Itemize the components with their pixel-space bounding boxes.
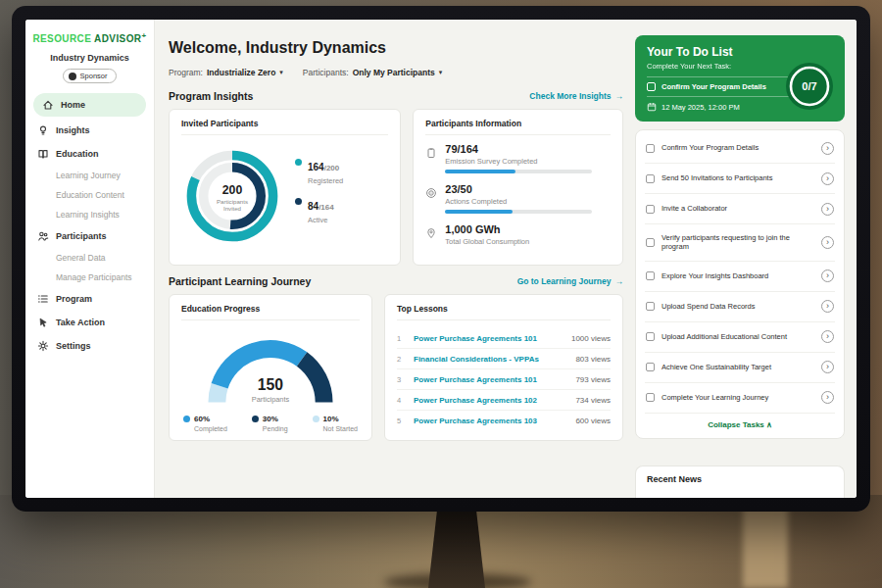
emission-survey-value: 79/164 [445,143,592,155]
collapse-tasks-link[interactable]: Collapse Tasks ∧ [645,414,835,435]
sidebar-item-insights[interactable]: Insights [25,119,154,142]
task-label: Explore Your Insights Dashboard [662,271,814,281]
lesson-row: 4 Power Purchase Agreements 102 734 view… [397,390,611,411]
not-started-pct: 10% [323,415,339,423]
task-label: Achieve One Sustainability Target [662,363,814,372]
sidebar-item-home[interactable]: Home [33,93,146,117]
checkbox-icon[interactable] [646,332,655,341]
chevron-right-icon[interactable]: › [821,361,834,373]
sponsor-badge[interactable]: Sponsor [63,69,118,83]
completed-dot-icon [183,416,190,422]
checkbox-icon[interactable] [646,363,655,371]
lesson-rank: 2 [397,355,406,364]
sidebar-item-label: General Data [56,253,106,263]
sidebar-item-education[interactable]: Education [25,142,154,166]
chevron-right-icon[interactable]: › [821,270,834,282]
task-row[interactable]: Upload Spend Data Records › [645,292,835,322]
participants-icon [37,230,49,242]
sidebar-item-learning-insights[interactable]: Learning Insights [25,205,154,224]
invited-legend: 164/200 Registered 84/164 Active [295,157,343,235]
checkbox-icon[interactable] [646,302,655,311]
arrow-right-icon: → [615,91,624,101]
chevron-right-icon[interactable]: › [821,203,834,216]
program-filter-label: Program: [169,68,203,77]
content-area: Welcome, Industry Dynamics Program: Indu… [155,20,857,498]
sidebar-item-settings[interactable]: Settings [25,334,154,358]
pending-label: Pending [263,425,288,432]
actions-completed-value: 23/50 [445,183,592,195]
completed-pct: 60% [194,415,210,423]
chevron-right-icon[interactable]: › [821,330,834,343]
sidebar-item-label: Education Content [56,190,124,200]
sidebar-item-learning-journey[interactable]: Learning Journey [25,166,154,185]
active-value: 84 [308,201,318,212]
participants-filter-label: Participants: [303,68,349,77]
lesson-link[interactable]: Financial Considerations - VPPAs [414,355,567,364]
recent-news-card[interactable]: Recent News [635,466,845,498]
lesson-link[interactable]: Power Purchase Agreements 101 [414,375,567,384]
chevron-right-icon[interactable]: › [821,236,834,249]
lesson-link[interactable]: Power Purchase Agreements 101 [414,334,564,343]
participants-information-card: Participants Information 79/164 Emission… [413,109,623,266]
task-row[interactable]: Send 50 Invitations to Participants › [645,164,835,194]
light-strip [743,500,788,588]
todo-next-task[interactable]: Confirm Your Program Details [647,77,790,96]
active-total: /164 [318,203,334,212]
sidebar-nav: Home Insights Education Learning Journey… [25,93,154,358]
go-to-learning-journey-link[interactable]: Go to Learning Journey → [517,276,623,286]
task-label: Upload Additional Educational Content [662,332,814,342]
lesson-rank: 3 [397,375,406,384]
task-row[interactable]: Complete Your Learning Journey › [645,383,835,414]
education-legend: 60% Completed 30% Pending 10% Not Starte… [181,411,360,432]
task-row[interactable]: Verify participants requesting to join t… [645,224,835,262]
checkbox-icon[interactable] [646,174,655,183]
sidebar-item-program[interactable]: Program [25,287,154,311]
learning-journey-title: Participant Learning Journey [169,275,311,287]
participants-information-title: Participants Information [425,119,611,135]
sidebar-item-label: Manage Participants [56,272,132,282]
checkbox-icon[interactable] [646,238,655,247]
sidebar-item-manage-participants[interactable]: Manage Participants [25,268,154,287]
checkbox-icon[interactable] [646,393,655,402]
task-row[interactable]: Upload Additional Educational Content › [645,322,835,353]
checkbox-icon[interactable] [646,271,655,280]
participants-filter-value: Only My Participants [353,68,435,77]
legend-not-started: 10% Not Started [313,415,358,432]
task-row[interactable]: Achieve One Sustainability Target › [645,353,835,383]
take-action-icon [37,317,49,328]
active-label: Active [308,216,334,224]
program-filter-dropdown[interactable]: Program: Industrialize Zero ▾ [169,68,283,77]
sidebar-item-general-data[interactable]: General Data [25,248,154,268]
task-row[interactable]: Invite a Collaborator › [645,194,835,224]
sponsor-badge-label: Sponsor [80,72,108,80]
checkbox-icon[interactable] [647,82,656,91]
logo-plus: + [141,31,146,40]
lesson-link[interactable]: Power Purchase Agreements 103 [414,416,567,425]
chevron-right-icon[interactable]: › [821,172,834,185]
checkbox-icon[interactable] [646,205,655,214]
sidebar-item-label: Insights [56,125,90,135]
sidebar-item-label: Home [61,100,85,110]
donut-center-value: 200 [222,183,243,197]
lesson-rank: 4 [397,396,406,405]
chevron-up-icon: ∧ [766,420,772,429]
participants-filter-dropdown[interactable]: Participants: Only My Participants ▾ [303,68,442,77]
lesson-row: 1 Power Purchase Agreements 101 1000 vie… [397,328,611,349]
sidebar-item-take-action[interactable]: Take Action [25,311,154,334]
invited-participants-title: Invited Participants [181,119,388,135]
lesson-link[interactable]: Power Purchase Agreements 102 [414,396,567,405]
sidebar-item-education-content[interactable]: Education Content [25,185,154,205]
checkbox-icon[interactable] [646,144,655,153]
task-label: Upload Spend Data Records [662,302,814,312]
task-row[interactable]: Confirm Your Program Details › [645,133,835,164]
check-more-insights-link[interactable]: Check More Insights → [529,91,623,101]
go-to-learning-journey-label: Go to Learning Journey [517,276,612,286]
education-gauge-chart: 150 Participants [197,328,344,411]
chevron-right-icon[interactable]: › [821,142,834,155]
active-dot-icon [295,198,302,205]
sidebar-item-participants[interactable]: Participants [25,224,154,248]
chevron-right-icon[interactable]: › [821,300,834,313]
home-icon [42,99,54,111]
chevron-right-icon[interactable]: › [821,391,834,404]
task-row[interactable]: Explore Your Insights Dashboard › [645,262,835,292]
